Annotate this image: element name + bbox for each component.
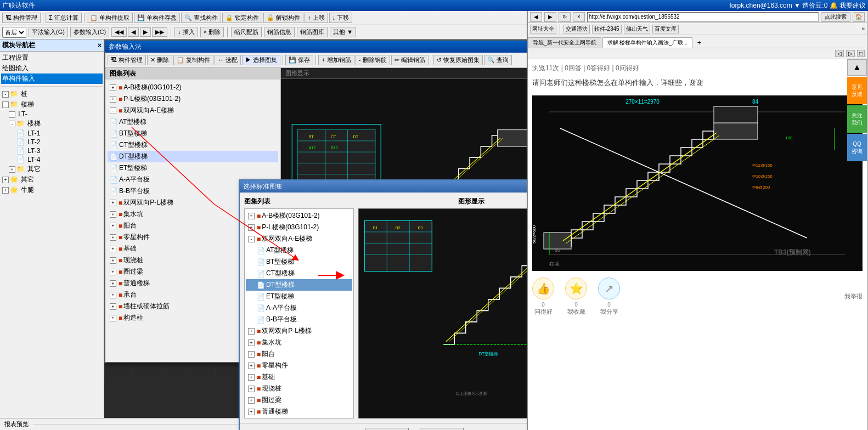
tree-item-lt1[interactable]: 📄 LT-1 <box>1 129 103 138</box>
param-select-atlas-btn[interactable]: ▶ 选择图集 <box>242 55 280 65</box>
param-copy-btn[interactable]: 📋 复制构件 <box>173 55 213 65</box>
sel-tree-item-bt[interactable]: 📄 BT型楼梯 <box>246 256 352 268</box>
param-comp-manage-btn[interactable]: 🏗 构件管理 <box>108 55 146 65</box>
sel-tree-item-ct[interactable]: 📄 CT型楼梯 <box>246 268 352 279</box>
tab-nav[interactable]: 导航_新一代安全上网导航 <box>528 37 601 48</box>
browser-stop-btn[interactable]: × <box>573 12 585 22</box>
param-tree-item-bt[interactable]: 📄 BT型楼梯 <box>108 128 278 139</box>
browser-url-input[interactable] <box>587 12 819 22</box>
nav-item-settings[interactable]: 工程设置 <box>1 53 103 63</box>
extract-btn[interactable]: 📋 单构件提取 <box>87 13 133 23</box>
select-titlebar[interactable]: 选择标准图集 _ □ × <box>240 180 527 193</box>
select-cancel-btn[interactable]: 取消 <box>420 428 464 430</box>
tree-item-lt4[interactable]: 📄 LT-4 <box>1 155 103 164</box>
sel-tree-item-aa[interactable]: 📄 A-A平台板 <box>246 302 352 314</box>
tree-item-stair[interactable]: -📁 楼梯 <box>1 99 103 110</box>
tree-item-stair-sub[interactable]: -📁 楼梯 <box>1 118 103 129</box>
tree-item-lt[interactable]: - LT- <box>1 110 103 118</box>
param-input-btn[interactable]: 参数输入(C) <box>70 27 109 37</box>
move-up-btn[interactable]: ↑ 上移 <box>305 13 328 23</box>
param-tree-item-2[interactable]: - ■ 双网双向A-E楼梯 <box>108 105 278 116</box>
share-button[interactable]: ↗ 0 我分享 <box>598 278 620 316</box>
param-add-rebar-btn[interactable]: + 增加钢筋 <box>318 55 354 65</box>
collect-button[interactable]: ⭐ 0 我收藏 <box>565 278 587 316</box>
browser-back-btn[interactable]: ◀ <box>530 12 542 22</box>
select-tree[interactable]: + ■ A-B楼梯(03G101-2) + ■ P-L楼梯(03G101-2) <box>244 208 354 418</box>
sel-tree-item-pl[interactable]: + ■ 双网双向P-L楼梯 <box>246 325 352 337</box>
other-btn[interactable]: 其他 ▼ <box>330 27 356 37</box>
sel-tree-item-balcony[interactable]: + ■ 阳台 <box>246 348 352 360</box>
sel-tree-item-misc[interactable]: + ■ 零星构件 <box>246 360 352 371</box>
next-btn[interactable]: ▶▶ <box>152 27 167 37</box>
step-fwd-btn[interactable]: ▶ <box>140 27 151 37</box>
sel-tree-item-cap[interactable]: + ■ 承台 <box>246 417 352 418</box>
scale-btn[interactable]: 缩尺配筋 <box>231 27 262 37</box>
nav-item-drawing[interactable]: 绘图输入 <box>1 63 103 73</box>
sel-tree-item-bb[interactable]: 📄 B-B平台板 <box>246 314 352 325</box>
like-button[interactable]: 👍 0 问得好 <box>532 278 554 316</box>
follow-btn[interactable]: 关注我们 <box>847 105 867 133</box>
param-tree-item-et[interactable]: 📄 ET型楼梯 <box>108 162 278 174</box>
tree-item-corbel[interactable]: +🌟 牛腿 <box>1 185 103 195</box>
move-down-btn[interactable]: ↓ 下移 <box>329 13 353 23</box>
insert-btn[interactable]: ↓ 插入 <box>174 27 198 37</box>
param-restore-btn[interactable]: ↺ 恢复原始图集 <box>433 55 483 65</box>
report-button[interactable]: 我举报 <box>844 292 863 301</box>
select-confirm-btn[interactable]: 选择 <box>365 428 409 430</box>
param-save-btn[interactable]: 💾 保存 <box>285 55 313 65</box>
sel-tree-item-dt[interactable]: 📄 DT型楼梯 <box>246 279 352 291</box>
param-tree-item-ct[interactable]: 📄 CT型楼梯 <box>108 139 278 151</box>
param-tree-item-at[interactable]: 📄 AT型楼梯 <box>108 116 278 128</box>
fav-btn-4[interactable]: 佛山天气 <box>624 25 650 33</box>
fav-btn-2[interactable]: 交通违法 <box>563 25 590 33</box>
tree-item-lt3[interactable]: 📄 LT-3 <box>1 146 103 155</box>
sel-tree-item-at[interactable]: 📄 AT型楼梯 <box>246 245 352 256</box>
param-titlebar[interactable]: 参数输入法 _ □ × <box>105 41 527 53</box>
flat-input-btn[interactable]: 平法输入(G) <box>29 27 68 37</box>
feedback-btn[interactable]: 意见反馈 <box>847 77 867 104</box>
nav-item-single[interactable]: 单构件输入 <box>1 73 103 84</box>
rebar-info-btn[interactable]: 钢筋信息 <box>264 27 295 37</box>
sel-tree-item-1[interactable]: + ■ P-L楼梯(03G101-2) <box>246 222 352 233</box>
sel-tree-item-base[interactable]: + ■ 基础 <box>246 371 352 383</box>
param-tree-item-0[interactable]: + ■ A-B楼梯(03G101-2) <box>108 82 278 93</box>
tab-ctrl-2[interactable]: ▷ <box>846 50 855 57</box>
new-tab-btn[interactable]: + <box>694 38 704 48</box>
sel-tree-item-cast[interactable]: + ■ 现浇桩 <box>246 383 352 394</box>
browser-home-btn[interactable]: 🏠 <box>853 12 865 22</box>
param-query-btn[interactable]: 🔍 查询 <box>484 55 512 65</box>
lock-btn[interactable]: 🔒 锁定构件 <box>222 13 262 23</box>
sel-tree-item-0[interactable]: + ■ A-B楼梯(03G101-2) <box>246 210 352 222</box>
fav-btn-1[interactable]: 网址大全 <box>530 25 556 33</box>
param-delete-btn[interactable]: ✕ 删除 <box>147 55 172 65</box>
fav-btn-3[interactable]: 软件-2345 <box>592 25 622 33</box>
layer-select[interactable]: 首层 <box>2 27 26 38</box>
browser-refresh-btn[interactable]: ↻ <box>559 12 571 22</box>
param-tree-item-dt[interactable]: 📄 DT型楼梯 <box>108 151 278 162</box>
delete-row-btn[interactable]: × 删除 <box>200 27 224 37</box>
browser-go-btn[interactable]: 点此搜索 <box>821 12 850 22</box>
sel-tree-item-sump[interactable]: + ■ 集水坑 <box>246 337 352 348</box>
tree-item-pile[interactable]: -📁 桩 <box>1 89 103 99</box>
step-back-btn[interactable]: ◀ <box>128 27 139 37</box>
fav-btn-5[interactable]: 百度文库 <box>652 25 679 33</box>
tab-question[interactable]: 求解 楼梯单构件输入画法_广联... <box>602 37 693 48</box>
browser-fwd-btn[interactable]: ▶ <box>544 12 556 22</box>
sum-calc-btn[interactable]: Σ 汇总计算 <box>46 13 82 23</box>
rebar-lib-btn[interactable]: 钢筋图库 <box>297 27 328 37</box>
sel-tree-item-et[interactable]: 📄 ET型楼梯 <box>246 291 352 302</box>
tab-ctrl-3[interactable]: □ <box>857 50 865 57</box>
find-component-btn[interactable]: 🔍 查找构件 <box>181 13 221 23</box>
component-manage-btn[interactable]: 🏗 构件管理 <box>2 13 41 23</box>
tree-item-other1[interactable]: +📁 其它 <box>1 164 103 174</box>
tab-ctrl-1[interactable]: ◁ <box>835 50 844 57</box>
nav-close-btn[interactable]: × <box>98 42 102 49</box>
qq-btn[interactable]: QQ咨询 <box>847 134 867 161</box>
tree-item-lt2[interactable]: 📄 LT-2 <box>1 138 103 146</box>
param-tree-item-1[interactable]: + ■ P-L楼梯(03G101-2) <box>108 93 278 105</box>
sel-tree-item-2[interactable]: - ■ 双网双向A-E楼梯 <box>246 233 352 245</box>
param-match-btn[interactable]: ↔ 选配 <box>215 55 241 65</box>
scroll-top-btn[interactable]: ▲ <box>847 59 867 76</box>
save-component-btn[interactable]: 💾 单构件存盘 <box>134 13 180 23</box>
unlock-btn[interactable]: 🔓 解锁构件 <box>263 13 303 23</box>
